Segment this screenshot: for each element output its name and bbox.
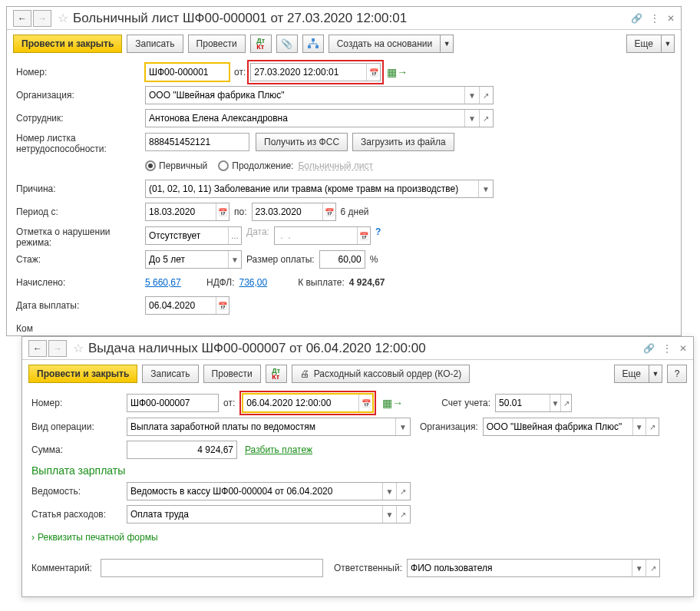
kebab-icon[interactable]: ⋮: [650, 13, 659, 24]
back-button[interactable]: ←: [13, 10, 31, 27]
star-icon[interactable]: ☆: [73, 341, 84, 355]
calendar-icon[interactable]: 📅: [322, 203, 335, 220]
svg-rect-0: [312, 38, 315, 41]
pay-label: К выплате:: [298, 277, 345, 288]
post-and-close-button[interactable]: Провести и закрыть: [28, 365, 137, 383]
back-button[interactable]: ←: [28, 340, 47, 357]
comment-field[interactable]: [101, 559, 323, 577]
number-field[interactable]: [145, 63, 229, 81]
chevron-down-icon[interactable]: ▼: [632, 560, 646, 576]
org-label: Организация:: [16, 90, 145, 101]
chevron-down-icon[interactable]: ▼: [464, 87, 478, 104]
print-details-toggle[interactable]: › Реквизиты печатной формы: [31, 526, 684, 549]
period-label: Период с:: [16, 206, 145, 217]
more-dropdown[interactable]: Еще▼: [626, 35, 675, 53]
emp-field[interactable]: ▼↗: [145, 109, 494, 127]
sheet-field[interactable]: [145, 133, 249, 151]
date-field[interactable]: 📅: [243, 394, 373, 412]
split-link[interactable]: Разбить платеж: [245, 444, 312, 455]
close-icon[interactable]: ✕: [667, 13, 675, 24]
svg-rect-1: [308, 45, 311, 48]
violation-date-label: Дата:: [246, 226, 269, 237]
chevron-down-icon[interactable]: ▼: [550, 395, 560, 411]
stage-field[interactable]: ▼: [145, 250, 242, 269]
open-icon[interactable]: ↗: [646, 560, 659, 576]
paydate-field[interactable]: 📅: [145, 296, 229, 315]
post-and-close-button[interactable]: Провести и закрыть: [13, 35, 122, 53]
from-label: от:: [234, 67, 246, 78]
period-to-label: по:: [234, 206, 247, 217]
accrued-link[interactable]: 5 660,67: [145, 277, 191, 288]
chevron-down-icon[interactable]: ▼: [464, 110, 478, 127]
star-icon[interactable]: ☆: [58, 11, 68, 25]
chevron-down-icon[interactable]: ▼: [478, 180, 493, 197]
chevron-down-icon[interactable]: ▼: [382, 506, 396, 523]
org-field[interactable]: ▼↗: [145, 86, 494, 104]
rate-label: Размер оплаты:: [246, 254, 315, 265]
link-icon[interactable]: 🔗: [643, 343, 655, 354]
sheet-label: Номер листка нетрудоспособности:: [16, 133, 145, 154]
date-field[interactable]: 📅: [250, 63, 381, 81]
calendar-icon[interactable]: 📅: [216, 297, 229, 314]
account-field[interactable]: ▼↗: [495, 394, 572, 412]
open-icon[interactable]: ↗: [479, 87, 493, 104]
ndfl-label: НДФЛ:: [206, 277, 234, 288]
period-from-field[interactable]: 📅: [145, 203, 229, 221]
get-fss-button[interactable]: Получить из ФСС: [256, 133, 348, 151]
chevron-down-icon[interactable]: ▼: [395, 418, 410, 435]
calendar-icon[interactable]: 📅: [366, 64, 380, 81]
calendar-icon: 📅: [357, 227, 370, 244]
number-field[interactable]: [127, 394, 219, 412]
op-field[interactable]: ▼: [127, 418, 411, 436]
open-icon[interactable]: ↗: [560, 395, 571, 411]
chevron-down-icon[interactable]: ▼: [382, 483, 396, 500]
org-field[interactable]: ▼↗: [483, 418, 659, 436]
help-icon[interactable]: ?: [375, 226, 381, 237]
structure-button[interactable]: [302, 35, 324, 53]
open-icon[interactable]: ↗: [396, 483, 410, 500]
titlebar: ← → ☆ Больничный лист ШФ00-000001 от 27.…: [7, 7, 681, 30]
save-button[interactable]: Записать: [142, 365, 198, 383]
continuation-radio[interactable]: [218, 160, 229, 171]
help-button[interactable]: ?: [667, 365, 687, 383]
resp-field[interactable]: ▼↗: [407, 559, 660, 577]
svg-rect-2: [315, 45, 319, 48]
dtkt-button[interactable]: ДтКт: [266, 365, 287, 383]
chevron-down-icon[interactable]: ▼: [228, 251, 241, 268]
sick-leave-window: ← → ☆ Больничный лист ШФ00-000001 от 27.…: [6, 6, 682, 336]
ved-field[interactable]: ▼↗: [127, 482, 411, 500]
save-button[interactable]: Записать: [127, 35, 183, 53]
attach-button[interactable]: 📎: [276, 35, 298, 53]
org-label: Организация:: [420, 421, 478, 432]
from-label: от:: [223, 398, 235, 408]
create-based-dropdown[interactable]: Создать на основании▼: [329, 35, 454, 53]
calendar-icon[interactable]: 📅: [358, 395, 372, 411]
load-file-button[interactable]: Загрузить из файла: [352, 133, 454, 151]
post-button[interactable]: Провести: [188, 35, 246, 53]
open-icon[interactable]: ↗: [396, 506, 410, 523]
open-icon[interactable]: ↗: [646, 418, 659, 435]
toolbar: Провести и закрыть Записать Провести ДтК…: [22, 360, 693, 388]
dots-icon[interactable]: …: [228, 227, 241, 244]
accrued-label: Начислено:: [16, 277, 145, 288]
kebab-icon[interactable]: ⋮: [662, 343, 672, 354]
violation-field[interactable]: …: [145, 226, 242, 245]
violation-label: Отметка о нарушении режима:: [16, 226, 145, 248]
period-to-field[interactable]: 📅: [252, 203, 336, 221]
exp-field[interactable]: ▼↗: [127, 505, 411, 523]
ndfl-link[interactable]: 736,00: [239, 277, 267, 288]
primary-radio[interactable]: [145, 160, 156, 171]
more-dropdown[interactable]: Еще▼: [614, 365, 662, 383]
rate-field[interactable]: [319, 250, 365, 269]
reason-field[interactable]: ▼: [145, 180, 494, 198]
chevron-down-icon[interactable]: ▼: [632, 418, 646, 435]
print-button[interactable]: 🖨Расходный кассовый ордер (КО-2): [292, 365, 471, 383]
open-icon[interactable]: ↗: [479, 110, 493, 127]
calendar-icon[interactable]: 📅: [216, 203, 229, 220]
sum-field[interactable]: [127, 441, 237, 459]
close-icon[interactable]: ✕: [679, 343, 687, 354]
link-icon[interactable]: 🔗: [631, 13, 642, 24]
continuation-label: Продолжение:: [232, 160, 293, 171]
dtkt-button[interactable]: ДтКт: [250, 35, 272, 53]
post-button[interactable]: Провести: [203, 365, 261, 383]
